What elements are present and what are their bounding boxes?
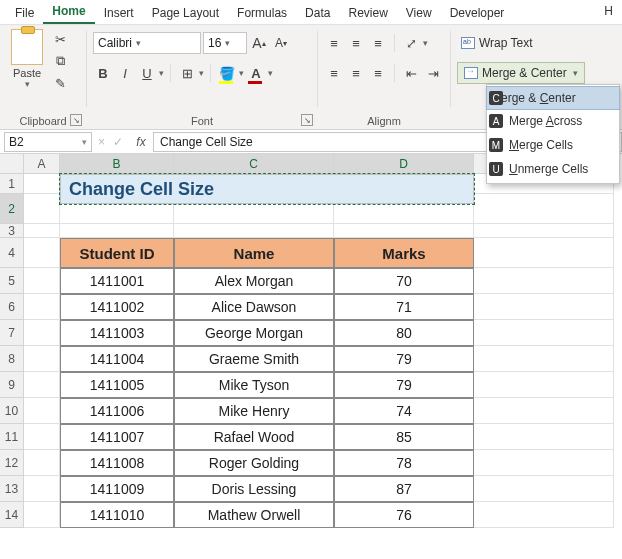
cell-id[interactable]: 1411009 bbox=[60, 476, 174, 502]
cell-name[interactable]: Alice Dawson bbox=[174, 294, 334, 320]
borders-dropdown[interactable]: ▾ bbox=[199, 68, 204, 78]
fx-icon[interactable]: fx bbox=[129, 135, 153, 149]
cell-marks[interactable]: 71 bbox=[334, 294, 474, 320]
row-14[interactable]: 14 bbox=[0, 502, 24, 528]
row-4[interactable]: 4 bbox=[0, 238, 24, 268]
tab-review[interactable]: Review bbox=[339, 2, 396, 24]
row-6[interactable]: 6 bbox=[0, 294, 24, 320]
font-color-dropdown[interactable]: ▾ bbox=[268, 68, 273, 78]
wrap-text-button[interactable]: Wrap Text bbox=[457, 32, 537, 54]
align-top-button[interactable]: ≡ bbox=[324, 33, 344, 53]
tab-home[interactable]: Home bbox=[43, 0, 94, 24]
row-2[interactable]: 2 bbox=[0, 194, 24, 224]
tab-insert[interactable]: Insert bbox=[95, 2, 143, 24]
unmerge-cells-item[interactable]: U Unmerge Cells bbox=[487, 157, 619, 181]
italic-button[interactable]: I bbox=[115, 63, 135, 83]
underline-button[interactable]: U bbox=[137, 63, 157, 83]
cell-marks[interactable]: 70 bbox=[334, 268, 474, 294]
cell-id[interactable]: 1411007 bbox=[60, 424, 174, 450]
cell-name[interactable]: Roger Golding bbox=[174, 450, 334, 476]
merge-cells-item[interactable]: M Merge Cells bbox=[487, 133, 619, 157]
row-8[interactable]: 8 bbox=[0, 346, 24, 372]
cell-id[interactable]: 1411008 bbox=[60, 450, 174, 476]
cell-marks[interactable]: 79 bbox=[334, 346, 474, 372]
fill-color-dropdown[interactable]: ▾ bbox=[239, 68, 244, 78]
borders-button[interactable]: ⊞ bbox=[177, 63, 197, 83]
fill-color-button[interactable]: 🪣 bbox=[217, 63, 237, 83]
cell-id[interactable]: 1411005 bbox=[60, 372, 174, 398]
font-name-combo[interactable]: Calibri▾ bbox=[93, 32, 201, 54]
tab-file[interactable]: File bbox=[6, 2, 43, 24]
bold-button[interactable]: B bbox=[93, 63, 113, 83]
row-1[interactable]: 1 bbox=[0, 174, 24, 194]
row-7[interactable]: 7 bbox=[0, 320, 24, 346]
cell-marks[interactable]: 87 bbox=[334, 476, 474, 502]
align-center-button[interactable]: ≡ bbox=[346, 63, 366, 83]
tab-extra[interactable]: H bbox=[595, 0, 622, 22]
merge-center-item[interactable]: C Merge & Center bbox=[486, 86, 620, 110]
align-bottom-button[interactable]: ≡ bbox=[368, 33, 388, 53]
cell-name[interactable]: Rafael Wood bbox=[174, 424, 334, 450]
header-marks[interactable]: Marks bbox=[334, 238, 474, 268]
row-3[interactable]: 3 bbox=[0, 224, 24, 238]
orientation-button[interactable]: ⤢ bbox=[401, 33, 421, 53]
orientation-dropdown[interactable]: ▾ bbox=[423, 38, 428, 48]
row-11[interactable]: 11 bbox=[0, 424, 24, 450]
cell-marks[interactable]: 74 bbox=[334, 398, 474, 424]
row-13[interactable]: 13 bbox=[0, 476, 24, 502]
cell-name[interactable]: Graeme Smith bbox=[174, 346, 334, 372]
merge-center-button[interactable]: Merge & Center▾ bbox=[457, 62, 585, 84]
cut-button[interactable]: ✂ bbox=[50, 29, 70, 49]
row-12[interactable]: 12 bbox=[0, 450, 24, 476]
cell-id[interactable]: 1411010 bbox=[60, 502, 174, 528]
merge-across-item[interactable]: A Merge Across bbox=[487, 109, 619, 133]
col-D[interactable]: D bbox=[334, 154, 474, 174]
format-painter-button[interactable]: ✎ bbox=[50, 73, 70, 93]
decrease-indent-button[interactable]: ⇤ bbox=[401, 63, 421, 83]
name-box[interactable]: B2▾ bbox=[4, 132, 92, 152]
cell-marks[interactable]: 76 bbox=[334, 502, 474, 528]
tab-developer[interactable]: Developer bbox=[441, 2, 514, 24]
increase-indent-button[interactable]: ⇥ bbox=[423, 63, 443, 83]
cell-id[interactable]: 1411003 bbox=[60, 320, 174, 346]
decrease-font-button[interactable]: A▾ bbox=[271, 33, 291, 53]
row-9[interactable]: 9 bbox=[0, 372, 24, 398]
select-all-corner[interactable] bbox=[0, 154, 24, 174]
chevron-down-icon[interactable]: ▾ bbox=[25, 79, 30, 89]
tab-formulas[interactable]: Formulas bbox=[228, 2, 296, 24]
cell-marks[interactable]: 80 bbox=[334, 320, 474, 346]
cell-name[interactable]: Mike Tyson bbox=[174, 372, 334, 398]
align-right-button[interactable]: ≡ bbox=[368, 63, 388, 83]
tab-page-layout[interactable]: Page Layout bbox=[143, 2, 228, 24]
col-B[interactable]: B bbox=[60, 154, 174, 174]
cell-name[interactable]: Doris Lessing bbox=[174, 476, 334, 502]
copy-button[interactable]: ⧉ bbox=[50, 51, 70, 71]
clipboard-dialog-launcher[interactable]: ↘ bbox=[70, 114, 82, 126]
row-10[interactable]: 10 bbox=[0, 398, 24, 424]
cell-marks[interactable]: 78 bbox=[334, 450, 474, 476]
font-size-combo[interactable]: 16▾ bbox=[203, 32, 247, 54]
cell-marks[interactable]: 79 bbox=[334, 372, 474, 398]
cell-name[interactable]: Alex Morgan bbox=[174, 268, 334, 294]
cell-name[interactable]: George Morgan bbox=[174, 320, 334, 346]
chevron-down-icon[interactable]: ▾ bbox=[573, 68, 578, 78]
tab-data[interactable]: Data bbox=[296, 2, 339, 24]
align-left-button[interactable]: ≡ bbox=[324, 63, 344, 83]
cell-id[interactable]: 1411006 bbox=[60, 398, 174, 424]
row-5[interactable]: 5 bbox=[0, 268, 24, 294]
font-dialog-launcher[interactable]: ↘ bbox=[301, 114, 313, 126]
col-A[interactable]: A bbox=[24, 154, 60, 174]
cell-marks[interactable]: 85 bbox=[334, 424, 474, 450]
title-merged-cell[interactable]: Change Cell Size bbox=[60, 174, 474, 204]
header-student-id[interactable]: Student ID bbox=[60, 238, 174, 268]
col-C[interactable]: C bbox=[174, 154, 334, 174]
paste-button[interactable]: Paste ▾ bbox=[6, 27, 48, 93]
increase-font-button[interactable]: A▴ bbox=[249, 33, 269, 53]
tab-view[interactable]: View bbox=[397, 2, 441, 24]
cell-id[interactable]: 1411002 bbox=[60, 294, 174, 320]
cell-name[interactable]: Mike Henry bbox=[174, 398, 334, 424]
cell-id[interactable]: 1411004 bbox=[60, 346, 174, 372]
cell-name[interactable]: Mathew Orwell bbox=[174, 502, 334, 528]
align-middle-button[interactable]: ≡ bbox=[346, 33, 366, 53]
font-color-button[interactable]: A bbox=[246, 63, 266, 83]
